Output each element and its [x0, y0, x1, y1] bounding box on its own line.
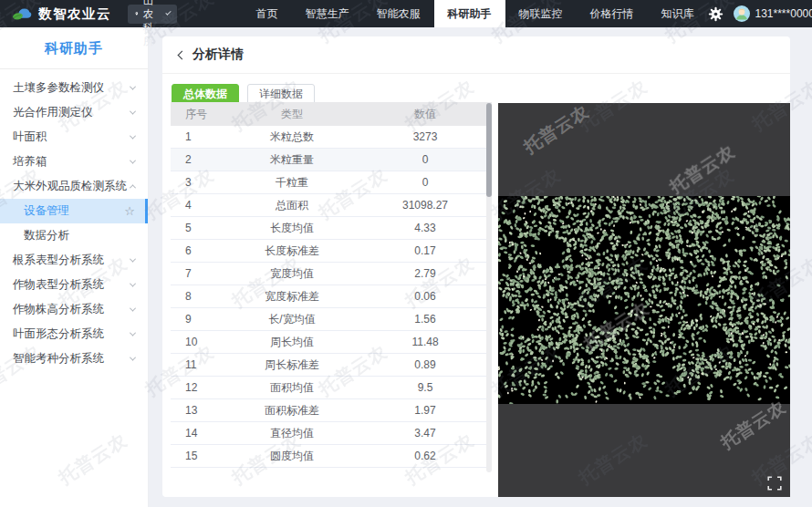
org-selector-dropdown[interactable]: 萧山农科所 [128, 5, 177, 24]
topnav-item[interactable]: 首页 [243, 0, 292, 27]
chevron-down-icon [165, 9, 171, 15]
table-cell: 长度均值 [225, 221, 359, 236]
table-cell: 15 [171, 450, 225, 462]
sidebar-item[interactable]: 根系表型分析系统 [0, 248, 148, 273]
back-button[interactable] [178, 50, 187, 59]
table-cell: 周长标准差 [225, 357, 359, 373]
chevron-down-icon [130, 330, 136, 336]
sidebar-item-label: 根系表型分析系统 [13, 253, 104, 268]
topnav-item[interactable]: 知识库 [648, 0, 708, 27]
data-tabs: 总体数据 详细数据 [162, 74, 790, 105]
chevron-down-icon [130, 158, 136, 164]
sidebar-item-label: 培养箱 [13, 154, 47, 170]
table-row: 15圆度均值0.62 [171, 445, 492, 468]
topnav-item[interactable]: 物联监控 [505, 0, 577, 27]
table-cell: 0.89 [359, 358, 492, 371]
sidebar-item-label: 光合作用测定仪 [13, 105, 93, 120]
table-row: 9长/宽均值1.56 [171, 308, 492, 331]
rice-grain-photo [498, 196, 790, 404]
sidebar-item-label: 智能考种分析系统 [13, 351, 104, 367]
fullscreen-icon[interactable] [767, 476, 782, 491]
brand-logo-icon [12, 5, 32, 23]
table-cell: 宽度均值 [225, 266, 359, 282]
topnav-item[interactable]: 科研助手 [434, 0, 505, 27]
table-cell: 6 [171, 244, 225, 257]
table-cell: 圆度均值 [225, 449, 359, 464]
chevron-up-icon [130, 184, 136, 191]
sidebar-item[interactable]: 作物株高分析系统 [0, 297, 148, 322]
table-cell: 长度标准差 [225, 243, 359, 259]
brand: 数智农业云 [0, 5, 111, 23]
sidebar-item-label: 土壤多参数检测仪 [13, 80, 104, 96]
sidebar-item[interactable]: 智能考种分析系统 [0, 347, 148, 371]
top-navigation-bar: 数智农业云 萧山农科所 首页智慧生产智能农服科研助手物联监控价格行情知识库 13… [0, 0, 812, 27]
analysis-detail-card: 分析详情 总体数据 详细数据 序号 类型 数值 1米粒总数32732米粒重量03… [162, 36, 790, 497]
col-header-type: 类型 [225, 107, 359, 122]
user-menu[interactable]: 131****0000 [734, 5, 812, 22]
table-cell: 2.79 [359, 267, 492, 280]
topbar-right-cluster: 131****0000 [708, 5, 812, 22]
table-row: 11周长标准差0.89 [171, 354, 492, 377]
table-cell: 9 [171, 313, 225, 326]
table-row: 4总面积31098.27 [171, 194, 492, 217]
table-scrollbar-track[interactable] [486, 102, 492, 472]
table-cell: 10 [171, 336, 225, 348]
table-cell: 0.06 [359, 290, 492, 303]
table-header-row: 序号 类型 数值 [171, 102, 492, 126]
table-cell: 0.62 [359, 450, 492, 462]
topnav-item[interactable]: 智慧生产 [292, 0, 363, 27]
table-cell: 1.97 [359, 404, 492, 417]
sidebar-subitem[interactable]: 数据分析 [0, 223, 148, 248]
table-row: 6长度标准差0.17 [171, 240, 492, 263]
table-cell: 0 [359, 176, 492, 189]
table-cell: 0.17 [359, 244, 492, 257]
favorite-star-icon[interactable]: ☆ [124, 205, 135, 217]
table-cell: 周长均值 [225, 335, 359, 350]
table-row: 13面积标准差1.97 [171, 399, 492, 422]
table-row: 12面积均值9.5 [171, 377, 492, 399]
sidebar-item[interactable]: 叶面积 [0, 125, 148, 150]
watermark-text: 托普云农 [665, 140, 739, 199]
sidebar-item-label: 叶面形态分析系统 [13, 326, 104, 342]
table-cell: 12 [171, 381, 225, 394]
sidebar-item-label: 作物株高分析系统 [13, 302, 104, 317]
table-cell: 长/宽均值 [225, 312, 359, 327]
sidebar-menu: 土壤多参数检测仪光合作用测定仪叶面积培养箱大米外观品质检测系统设备管理☆数据分析… [0, 69, 148, 371]
topnav-item[interactable]: 价格行情 [577, 0, 648, 27]
table-cell: 米粒重量 [225, 152, 359, 168]
sidebar-item[interactable]: 叶面形态分析系统 [0, 322, 148, 347]
settings-gear-icon[interactable] [708, 6, 724, 22]
user-phone: 131****0000 [755, 7, 812, 20]
table-cell: 11.48 [359, 336, 492, 348]
topnav-item[interactable]: 智能农服 [363, 0, 434, 27]
table-row: 10周长均值11.48 [171, 331, 492, 354]
analysis-table: 序号 类型 数值 1米粒总数32732米粒重量03千粒重04总面积31098.2… [171, 102, 492, 474]
table-cell: 14 [171, 427, 225, 440]
table-cell: 宽度标准差 [225, 289, 359, 305]
sidebar-item[interactable]: 光合作用测定仪 [0, 100, 148, 125]
table-cell: 8 [171, 290, 225, 303]
sidebar-subitem-label: 设备管理 [24, 203, 69, 219]
sidebar: 科研助手 土壤多参数检测仪光合作用测定仪叶面积培养箱大米外观品质检测系统设备管理… [0, 27, 149, 507]
sidebar-title: 科研助手 [0, 27, 148, 68]
table-row: 3千粒重0 [171, 171, 492, 194]
chevron-down-icon [130, 281, 136, 287]
chevron-down-icon [130, 109, 136, 115]
table-row: 2米粒重量0 [171, 149, 492, 171]
col-header-index: 序号 [171, 107, 225, 122]
chevron-down-icon [130, 355, 136, 361]
sidebar-item[interactable]: 大米外观品质检测系统 [0, 174, 148, 199]
sidebar-item[interactable]: 培养箱 [0, 150, 148, 174]
sidebar-item[interactable]: 作物表型分析系统 [0, 273, 148, 297]
table-cell: 4.33 [359, 222, 492, 234]
main-area: 分析详情 总体数据 详细数据 序号 类型 数值 1米粒总数32732米粒重量03… [149, 27, 812, 507]
table-cell: 千粒重 [225, 175, 359, 191]
table-scrollbar-thumb[interactable] [486, 103, 492, 197]
table-cell: 总面积 [225, 198, 359, 213]
sidebar-item[interactable]: 土壤多参数检测仪 [0, 76, 148, 100]
table-cell: 11 [171, 358, 225, 371]
table-cell: 米粒总数 [225, 129, 359, 145]
table-cell: 0 [359, 153, 492, 166]
main-nav: 首页智慧生产智能农服科研助手物联监控价格行情知识库 [243, 0, 708, 27]
sidebar-subitem[interactable]: 设备管理☆ [0, 199, 148, 223]
